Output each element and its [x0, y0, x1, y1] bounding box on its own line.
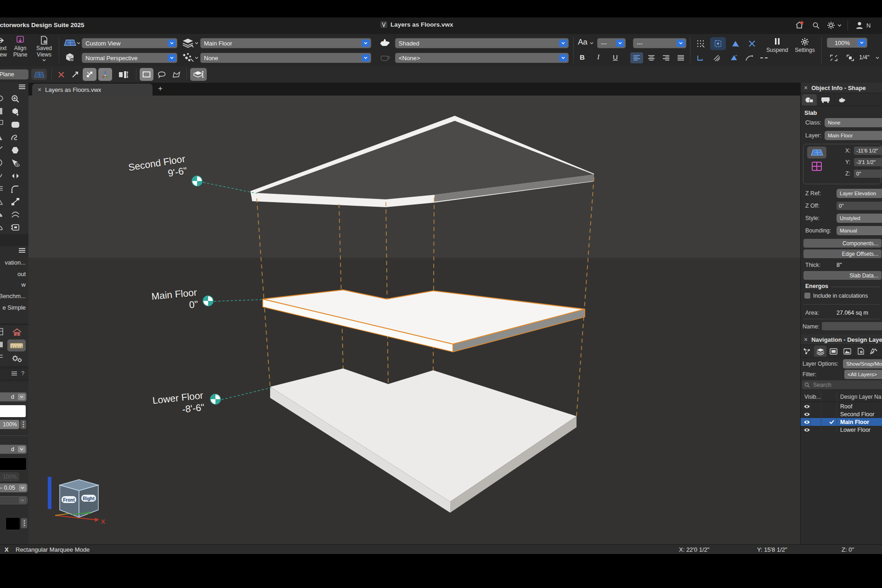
working-plane-axis-icon[interactable]: [98, 68, 112, 81]
tab-data[interactable]: [818, 94, 833, 106]
ruler-tool-icon[interactable]: [7, 339, 26, 351]
search-input[interactable]: [812, 381, 869, 389]
gear-icon[interactable]: [827, 21, 835, 29]
navigation-header[interactable]: × Navigation - Design Layers: [801, 334, 882, 345]
tool-icon-partial[interactable]: [0, 197, 5, 206]
no-constraint-icon[interactable]: [55, 69, 67, 80]
settings-button[interactable]: Settings: [791, 38, 819, 53]
fit-to-window-icon[interactable]: [827, 52, 841, 63]
tool-icon-partial[interactable]: [0, 184, 5, 193]
grid-pink-icon[interactable]: [809, 160, 824, 172]
push-pull-tool-icon[interactable]: [8, 106, 22, 118]
include-checkbox[interactable]: [804, 293, 810, 299]
class-dots-icon[interactable]: [182, 52, 194, 62]
tool-icon-partial[interactable]: [0, 340, 5, 349]
drop-shadow-stepper-icon[interactable]: [21, 518, 27, 528]
style-dropdown[interactable]: Unstyled: [837, 214, 882, 223]
z-off-field[interactable]: 0": [837, 202, 882, 210]
slab-data-button[interactable]: Slab Data...: [803, 271, 882, 280]
projection-dropdown[interactable]: Normal Perspective: [82, 53, 177, 63]
render-mode-dropdown[interactable]: Shaded: [395, 38, 569, 48]
col-name[interactable]: Design Layer Na: [840, 394, 881, 400]
snap-object-icon[interactable]: [710, 37, 726, 50]
nav-tab-classes[interactable]: [841, 345, 854, 357]
hamburger-icon[interactable]: [11, 371, 17, 376]
italic-button[interactable]: I: [597, 53, 599, 61]
house-tool-icon[interactable]: [10, 327, 24, 338]
eye-icon[interactable]: [803, 420, 810, 424]
tool-icon-partial[interactable]: [0, 107, 5, 116]
pen-style-dropdown[interactable]: d: [0, 445, 27, 454]
render-style-dropdown[interactable]: <None>: [395, 53, 569, 63]
layer-row-roof[interactable]: Roof: [801, 402, 882, 410]
chevron-down-icon[interactable]: [195, 57, 198, 59]
thick-value[interactable]: 8": [837, 262, 842, 268]
connect-combine-tool-icon[interactable]: [8, 196, 22, 208]
nav-tab-design-layers[interactable]: [814, 345, 826, 357]
z-ref-dropdown[interactable]: Layer Elevation: [837, 189, 882, 198]
polygon-tool-icon[interactable]: [8, 144, 22, 156]
object-info-header[interactable]: × Object Info - Shape: [801, 83, 882, 93]
slab-mode-icon[interactable]: [190, 68, 207, 81]
fit-to-objects-icon[interactable]: [843, 52, 857, 63]
paint-roller-icon[interactable]: [727, 52, 741, 63]
plane-mode-dropdown[interactable]: Layer Plane: [0, 69, 28, 79]
tool-icon-partial[interactable]: [0, 171, 5, 180]
zoom-tool-icon[interactable]: [8, 93, 22, 105]
drawing-canvas[interactable]: Front Right X Second Floor 9'-6" Main Fl…: [28, 96, 800, 544]
active-layer-dropdown[interactable]: Main Floor: [200, 38, 371, 48]
help-button[interactable]: ?: [21, 370, 24, 377]
resize-arrow-icon[interactable]: [69, 69, 81, 80]
font-size-dropdown[interactable]: ---: [633, 38, 686, 48]
tool-icon-partial[interactable]: [0, 132, 5, 141]
text-style-button[interactable]: Aa: [578, 38, 588, 47]
close-icon[interactable]: ×: [804, 336, 808, 343]
tool-set-item[interactable]: vation...: [0, 259, 26, 266]
tool-icon-partial[interactable]: [0, 222, 5, 232]
view-cube-front-label[interactable]: Front: [63, 498, 75, 503]
tool-set-item[interactable]: e Simple: [0, 304, 26, 311]
render-style-teapot-icon[interactable]: [379, 52, 391, 62]
nav-tab-sheet-layers[interactable]: [827, 345, 840, 357]
dash-style-icon[interactable]: [757, 52, 771, 63]
hamburger-icon[interactable]: [18, 247, 26, 254]
bounding-dropdown[interactable]: Manual: [837, 226, 882, 235]
rectangular-marquee-icon[interactable]: [140, 68, 153, 81]
tool-set-item[interactable]: w: [0, 281, 26, 288]
tool-icon-partial[interactable]: [0, 353, 5, 362]
layers-icon[interactable]: [182, 38, 194, 48]
zoom-dropdown[interactable]: 100%: [827, 38, 867, 48]
layer-row-main-floor[interactable]: Main Floor: [801, 418, 882, 426]
trim-tool-icon[interactable]: [8, 221, 22, 233]
snap-grid-icon[interactable]: [694, 38, 707, 50]
close-icon[interactable]: ×: [38, 86, 41, 93]
opacity-stepper-icon[interactable]: [20, 420, 26, 429]
mirror-tool-icon[interactable]: [8, 170, 22, 182]
chevron-down-icon[interactable]: [195, 42, 198, 45]
chevron-down-icon[interactable]: [590, 42, 594, 45]
drawing-scale-label[interactable]: 1/4": [859, 54, 870, 61]
fill-style-dropdown[interactable]: d: [0, 392, 27, 401]
layer-options-dropdown[interactable]: Show/Snap/Mo: [843, 359, 882, 368]
layer-dropdown[interactable]: Main Floor: [825, 131, 882, 140]
align-justify-icon[interactable]: [674, 52, 687, 63]
line-weight-dropdown[interactable]: 0.05: [0, 483, 28, 492]
name-field[interactable]: [822, 322, 882, 330]
tab-render[interactable]: [834, 94, 849, 106]
hamburger-icon[interactable]: [18, 84, 26, 90]
xyz-plane-icon[interactable]: [807, 147, 826, 158]
tool-icon-partial[interactable]: [0, 94, 5, 103]
freehand-tool-icon[interactable]: [8, 131, 22, 143]
col-visibility[interactable]: Visib...: [804, 394, 821, 400]
projection-cube-icon[interactable]: [64, 52, 75, 62]
align-plane-button[interactable]: Align Plane: [8, 36, 32, 58]
tool-icon-partial[interactable]: [0, 328, 5, 336]
filter-dropdown[interactable]: <All Layers>: [844, 370, 882, 379]
class-dropdown[interactable]: None: [825, 118, 882, 127]
eye-icon[interactable]: [803, 428, 810, 432]
drop-shadow-swatch[interactable]: [6, 517, 20, 530]
polygon-marquee-icon[interactable]: [170, 69, 183, 80]
hatch-icon[interactable]: [710, 52, 724, 63]
z-field[interactable]: 0": [854, 170, 882, 178]
nav-tab-saved-views[interactable]: [867, 345, 880, 357]
